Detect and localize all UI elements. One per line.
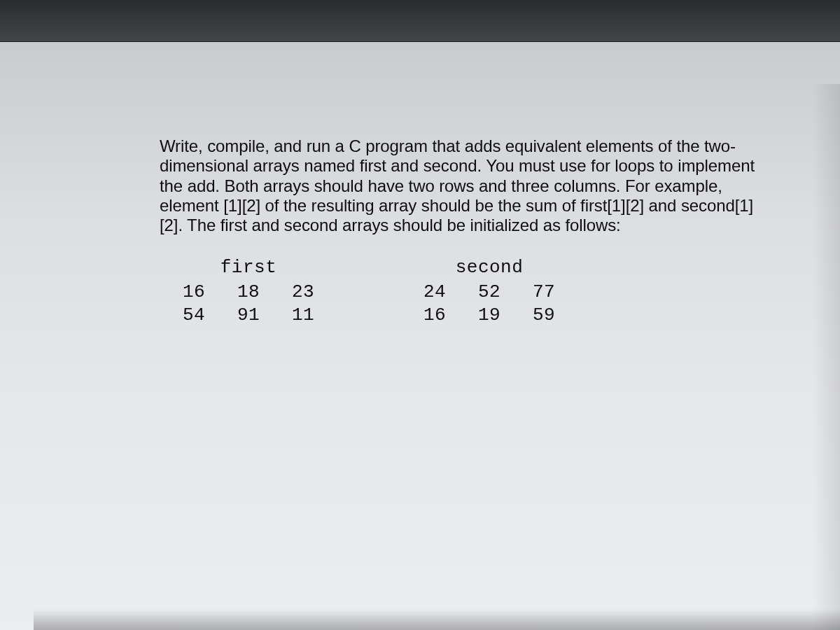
- page-surface: Write, compile, and run a C program that…: [0, 42, 840, 630]
- array-first: first 16 18 23 54 91 11: [167, 257, 330, 328]
- document-content: Write, compile, and run a C program that…: [160, 136, 770, 328]
- arrays-container: first 16 18 23 54 91 11 second 24 52 77: [167, 257, 770, 328]
- bottom-edge-shadow: [34, 609, 840, 630]
- array-first-cell-1-2: 11: [276, 304, 330, 328]
- table-row: 16 19 59: [407, 304, 571, 328]
- table-row: 24 52 77: [407, 281, 571, 304]
- array-second-cell-0-0: 24: [407, 281, 462, 304]
- array-first-cell-0-1: 18: [221, 281, 276, 304]
- array-first-label: first: [167, 257, 330, 278]
- table-row: 16 18 23: [167, 281, 330, 304]
- array-second-cell-0-2: 77: [517, 281, 571, 304]
- array-first-cell-1-0: 54: [167, 304, 221, 328]
- array-second-cell-1-1: 19: [462, 304, 517, 328]
- array-second-cell-1-0: 16: [407, 304, 462, 328]
- array-second-cell-1-2: 59: [517, 304, 571, 328]
- array-first-cell-1-1: 91: [221, 304, 276, 328]
- array-second: second 24 52 77 16 19 59: [407, 257, 571, 328]
- table-row: 54 91 11: [167, 304, 330, 328]
- right-edge-shadow: [812, 84, 840, 630]
- array-first-cell-0-0: 16: [167, 281, 221, 304]
- array-second-label: second: [407, 257, 571, 278]
- problem-statement: Write, compile, and run a C program that…: [160, 136, 770, 236]
- array-first-cell-0-2: 23: [276, 281, 330, 304]
- array-second-cell-0-1: 52: [462, 281, 517, 304]
- screen-top-bezel: [0, 0, 840, 42]
